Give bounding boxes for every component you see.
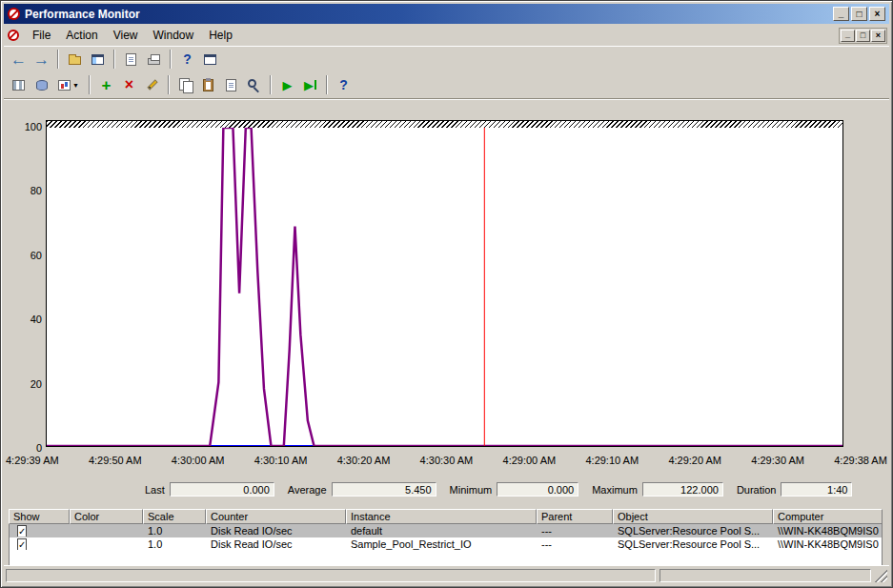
duration-value: 1:40 — [781, 482, 852, 497]
menu-view[interactable]: View — [106, 26, 146, 45]
help-button[interactable]: ? — [176, 49, 198, 70]
help-icon: ? — [183, 52, 192, 66]
toolbar-separator — [89, 75, 91, 94]
x-tick: 4:30:10 AM — [254, 455, 308, 466]
action-pane-icon — [204, 54, 216, 65]
average-value: 5.450 — [332, 482, 436, 497]
instance-name: default — [347, 525, 538, 537]
show-checkbox[interactable]: ✓ — [17, 538, 27, 550]
x-tick: 4:30:30 AM — [420, 455, 474, 466]
x-tick: 4:29:10 AM — [585, 455, 639, 466]
y-tick: 20 — [30, 378, 42, 390]
copy-properties-button[interactable] — [174, 74, 196, 95]
print-button[interactable] — [143, 49, 165, 70]
toolbar-separator — [57, 50, 59, 69]
x-tick: 4:30:00 AM — [172, 455, 225, 466]
show-checkbox[interactable]: ✓ — [17, 525, 27, 537]
counter-row-default[interactable]: ✓ 1.0 Disk Read IO/sec default --- SQLSe… — [10, 524, 882, 537]
x-tick: 4:29:30 AM — [751, 455, 804, 466]
column-header-parent[interactable]: Parent — [537, 509, 613, 524]
minimize-button[interactable]: _ — [833, 7, 849, 21]
minimum-value: 0.000 — [497, 482, 578, 497]
scale-value: 1.0 — [144, 538, 207, 550]
average-label: Average — [288, 484, 327, 496]
column-header-scale[interactable]: Scale — [143, 509, 206, 524]
resize-grip[interactable] — [875, 569, 887, 582]
last-label: Last — [145, 484, 165, 496]
y-tick: 60 — [30, 250, 42, 261]
view-log-data-button[interactable] — [30, 74, 52, 95]
status-pane-main — [6, 569, 656, 582]
window-title: Performance Monitor — [25, 8, 140, 21]
back-button[interactable]: ← — [8, 49, 30, 70]
menu-window[interactable]: Window — [146, 26, 202, 45]
toolbar-help-button[interactable]: ? — [333, 74, 355, 95]
close-button[interactable]: × — [869, 7, 885, 21]
column-header-counter[interactable]: Counter — [206, 509, 346, 524]
y-tick: 100 — [25, 121, 42, 132]
magnifier-icon — [248, 79, 256, 88]
status-bar — [4, 565, 889, 584]
show-hide-action-pane-button[interactable] — [199, 49, 221, 70]
export-list-button[interactable] — [120, 49, 142, 70]
column-header-object[interactable]: Object — [613, 509, 773, 524]
highlight-button[interactable] — [141, 74, 163, 95]
maximize-button[interactable]: □ — [851, 7, 867, 21]
counter-name: Disk Read IO/sec — [207, 538, 347, 550]
counter-row-sample-pool[interactable]: ✓ 1.0 Disk Read IO/sec Sample_Pool_Restr… — [10, 537, 882, 551]
document-icon — [126, 53, 136, 66]
column-header-show[interactable]: Show — [9, 509, 70, 524]
zoom-button[interactable] — [243, 74, 265, 95]
change-graph-type-button[interactable]: ▼ — [53, 74, 84, 95]
properties-icon — [226, 79, 236, 91]
skip-bar-icon — [315, 80, 316, 90]
chart-canvas — [47, 128, 842, 446]
mdi-close-button[interactable]: × — [871, 30, 885, 42]
y-tick: 80 — [30, 185, 42, 196]
add-counter-button[interactable]: + — [95, 74, 117, 95]
title-bar[interactable]: Performance Monitor _ □ × — [4, 4, 889, 24]
mdi-minimize-button[interactable]: _ — [841, 30, 855, 42]
parent-value: --- — [538, 525, 614, 537]
toolbar-separator — [113, 50, 115, 69]
printer-icon — [148, 58, 160, 65]
log-data-icon — [36, 80, 48, 91]
column-header-color[interactable]: Color — [70, 509, 143, 524]
mdi-restore-button[interactable]: □ — [856, 30, 870, 42]
paste-counter-list-button[interactable] — [197, 74, 219, 95]
delete-counter-button[interactable]: × — [118, 74, 140, 95]
column-header-computer[interactable]: Computer — [773, 509, 883, 524]
counter-name: Disk Read IO/sec — [207, 525, 347, 537]
menu-action[interactable]: Action — [58, 26, 105, 45]
menu-help[interactable]: Help — [201, 26, 240, 45]
x-axis-labels: 4:29:39 AM 4:29:50 AM 4:30:00 AM 4:30:10… — [4, 455, 889, 466]
mmc-toolbar: ← → ? — [4, 46, 889, 71]
properties-button[interactable] — [220, 74, 242, 95]
x-tick: 4:29:50 AM — [89, 455, 142, 466]
status-pane-secondary — [660, 569, 871, 582]
forward-arrow-icon: → — [33, 51, 50, 68]
delete-icon: × — [125, 77, 133, 92]
update-data-button[interactable]: ▶ — [299, 74, 321, 95]
folder-icon — [69, 56, 81, 65]
instance-name: Sample_Pool_Restrict_IO — [347, 538, 538, 550]
view-current-activity-button[interactable] — [8, 74, 30, 95]
console-tree-icon — [91, 54, 104, 65]
x-tick: 4:30:20 AM — [337, 455, 391, 466]
y-axis-labels: 100 80 60 40 20 0 — [4, 121, 42, 454]
line-chart-plot — [46, 128, 843, 447]
forward-button[interactable]: → — [30, 49, 52, 70]
console-child-icon — [8, 30, 19, 41]
app-icon — [8, 8, 20, 20]
x-tick: 4:29:38 AM — [834, 455, 887, 466]
legend-header: Show Color Scale Counter Instance Parent… — [9, 509, 883, 524]
play-icon: ▶ — [283, 79, 293, 91]
show-hide-console-tree-button[interactable] — [87, 49, 109, 70]
menu-file[interactable]: File — [25, 26, 58, 45]
x-tick: 4:29:00 AM — [503, 455, 557, 466]
computer-name: \\WIN-KK48BQM9IS0 — [774, 538, 882, 550]
resume-display-button[interactable]: ▶ — [276, 74, 298, 95]
up-one-level-button[interactable] — [64, 49, 86, 70]
column-header-instance[interactable]: Instance — [346, 509, 537, 524]
skip-icon: ▶ — [304, 79, 314, 91]
